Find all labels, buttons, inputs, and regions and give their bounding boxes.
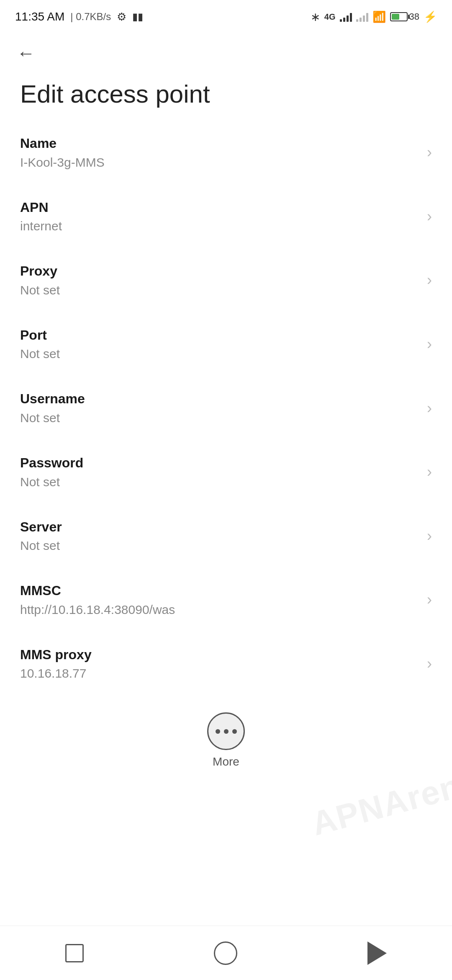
settings-item-apn[interactable]: APN internet › <box>0 185 452 249</box>
chevron-mms-proxy-icon: › <box>427 655 432 673</box>
speed-display: | 0.7KB/s <box>70 11 111 23</box>
time-display: 11:35 AM <box>15 10 64 23</box>
settings-item-server-content: Server Not set <box>20 518 419 554</box>
toolbar: ← <box>0 30 452 68</box>
settings-item-port[interactable]: Port Not set › <box>0 312 452 377</box>
settings-item-password[interactable]: Password Not set › <box>0 440 452 504</box>
chevron-username-icon: › <box>427 400 432 417</box>
recent-apps-button[interactable] <box>57 936 92 971</box>
dot-2 <box>224 729 229 734</box>
chevron-mmsc-icon: › <box>427 591 432 609</box>
settings-item-server-value: Not set <box>20 537 419 554</box>
settings-item-password-value: Not set <box>20 474 419 490</box>
settings-item-mms-proxy-value: 10.16.18.77 <box>20 665 419 681</box>
settings-item-mmsc-content: MMSC http://10.16.18.4:38090/was <box>20 582 419 618</box>
signal-bars-primary <box>340 12 352 22</box>
settings-item-password-label: Password <box>20 454 419 472</box>
settings-item-username-label: Username <box>20 390 419 408</box>
status-bar: 11:35 AM | 0.7KB/s ⚙ ▮▮ ∗ 4G 📶 38 ⚡ <box>0 0 452 30</box>
settings-item-apn-content: APN internet <box>20 199 419 235</box>
charging-icon: ⚡ <box>424 10 437 23</box>
settings-item-mms-proxy-content: MMS proxy 10.16.18.77 <box>20 646 419 682</box>
more-button-area: More <box>0 696 452 781</box>
more-label: More <box>213 755 239 769</box>
chevron-server-icon: › <box>427 527 432 545</box>
status-right: ∗ 4G 📶 38 ⚡ <box>311 10 437 24</box>
settings-item-mms-proxy-label: MMS proxy <box>20 646 419 664</box>
more-dots <box>216 729 237 734</box>
settings-item-apn-value: internet <box>20 218 419 234</box>
home-icon <box>214 941 237 965</box>
recent-apps-icon <box>65 944 84 962</box>
network-4g-icon: 4G <box>324 12 336 22</box>
chevron-apn-icon: › <box>427 208 432 225</box>
settings-item-name-label: Name <box>20 135 419 152</box>
back-nav-icon <box>367 941 387 965</box>
dot-3 <box>232 729 237 734</box>
back-button[interactable]: ← <box>17 43 35 64</box>
settings-item-mms-proxy[interactable]: MMS proxy 10.16.18.77 › <box>0 632 452 696</box>
settings-item-password-content: Password Not set <box>20 454 419 490</box>
settings-item-username[interactable]: Username Not set › <box>0 376 452 440</box>
settings-item-username-content: Username Not set <box>20 390 419 426</box>
home-button[interactable] <box>205 933 246 973</box>
settings-item-proxy-label: Proxy <box>20 263 419 280</box>
settings-list: Name I-Kool-3g-MMS › APN internet › Prox… <box>0 121 452 696</box>
settings-item-proxy-value: Not set <box>20 282 419 298</box>
settings-item-mmsc[interactable]: MMSC http://10.16.18.4:38090/was › <box>0 568 452 632</box>
settings-item-port-content: Port Not set <box>20 327 419 362</box>
dot-1 <box>216 729 220 734</box>
wifi-icon: 📶 <box>372 10 386 23</box>
video-status-icon: ▮▮ <box>132 11 143 23</box>
settings-item-name[interactable]: Name I-Kool-3g-MMS › <box>0 121 452 185</box>
settings-item-port-label: Port <box>20 327 419 344</box>
chevron-password-icon: › <box>427 463 432 481</box>
settings-item-username-value: Not set <box>20 410 419 426</box>
more-button[interactable] <box>207 712 245 750</box>
chevron-port-icon: › <box>427 335 432 353</box>
back-nav-button[interactable] <box>359 933 395 973</box>
settings-item-server[interactable]: Server Not set › <box>0 504 452 568</box>
settings-status-icon: ⚙ <box>117 10 126 23</box>
settings-item-apn-label: APN <box>20 199 419 217</box>
chevron-proxy-icon: › <box>427 271 432 289</box>
settings-item-mmsc-label: MMSC <box>20 582 419 600</box>
bluetooth-icon: ∗ <box>311 10 320 24</box>
battery-indicator: 38 <box>390 11 419 22</box>
chevron-name-icon: › <box>427 144 432 161</box>
page-title: Edit access point <box>0 68 452 121</box>
nav-bar <box>0 926 452 980</box>
settings-item-mmsc-value: http://10.16.18.4:38090/was <box>20 601 419 618</box>
settings-item-proxy[interactable]: Proxy Not set › <box>0 248 452 312</box>
settings-item-name-content: Name I-Kool-3g-MMS <box>20 135 419 170</box>
status-left: 11:35 AM | 0.7KB/s ⚙ ▮▮ <box>15 10 143 23</box>
signal-bars-secondary <box>356 12 368 22</box>
settings-item-server-label: Server <box>20 518 419 536</box>
settings-item-port-value: Not set <box>20 346 419 362</box>
settings-item-name-value: I-Kool-3g-MMS <box>20 154 419 170</box>
settings-item-proxy-content: Proxy Not set <box>20 263 419 298</box>
